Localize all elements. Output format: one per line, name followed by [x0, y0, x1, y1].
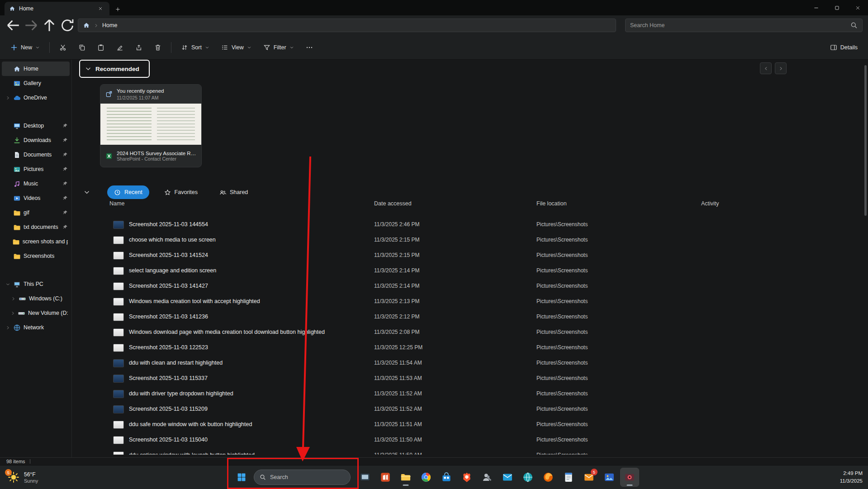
more-options-button[interactable] [302, 40, 317, 55]
taskbar-app-file-explorer[interactable] [397, 468, 415, 486]
back-button[interactable] [5, 18, 21, 33]
file-row[interactable]: Screenshot 2025-11-03 14123611/3/2025 2:… [72, 309, 868, 325]
close-button[interactable] [847, 0, 868, 15]
file-row[interactable]: select language and edition screen11/3/2… [72, 263, 868, 279]
sidebar-item-txt-documents[interactable]: txt documents [2, 220, 70, 234]
column-header-activity[interactable]: Activity [701, 200, 719, 207]
taskbar-app-app-window[interactable] [356, 468, 374, 486]
taskbar-app-brave[interactable] [458, 468, 476, 486]
cut-button[interactable] [55, 40, 71, 55]
chevron-right-icon[interactable] [9, 311, 17, 316]
paste-button[interactable] [93, 40, 109, 55]
new-button[interactable]: New [6, 40, 44, 55]
file-row[interactable]: Screenshot 2025-11-03 11533711/3/2025 11… [72, 371, 868, 386]
sidebar-item-home[interactable]: Home [2, 62, 70, 76]
file-location: Pictures\Screenshots [536, 421, 588, 427]
file-row[interactable]: ddu options window with launch button hi… [72, 448, 868, 455]
file-row[interactable]: Windows media creation tool with accept … [72, 294, 868, 309]
sidebar-item-desktop[interactable]: Desktop [2, 119, 70, 133]
file-row[interactable]: ddu with clean and restart highlighted11… [72, 356, 868, 371]
taskbar-app-notepad[interactable] [560, 468, 578, 486]
taskbar-search-box[interactable] [254, 470, 351, 485]
taskbar-app-microsoft-365[interactable] [376, 468, 394, 486]
file-row[interactable]: Screenshot 2025-11-03 11520911/3/2025 11… [72, 402, 868, 417]
taskbar-search-input[interactable] [270, 474, 345, 480]
share-button[interactable] [131, 40, 147, 55]
delete-button[interactable] [150, 40, 166, 55]
rename-button[interactable] [112, 40, 128, 55]
tab-home[interactable]: Home [5, 2, 109, 15]
taskbar-app-user-settings[interactable] [478, 468, 496, 486]
taskbar-app-microsoft-store[interactable] [437, 468, 455, 486]
sidebar-item-videos[interactable]: Videos [2, 191, 70, 205]
taskbar-clock[interactable]: 2:49 PM 11/3/2025 [840, 465, 863, 489]
section-collapse-chevron-icon[interactable] [82, 189, 91, 196]
pager-previous-button[interactable] [760, 62, 772, 74]
file-row[interactable]: Screenshot 2025-11-03 14142711/3/2025 2:… [72, 279, 868, 294]
maximize-button[interactable] [826, 0, 847, 15]
sidebar-item-new-volume-d[interactable]: New Volume (D:) [2, 306, 70, 320]
taskbar-app-photos[interactable] [600, 468, 618, 486]
sidebar-item-windows-c[interactable]: Windows (C:) [2, 291, 70, 306]
chevron-right-icon[interactable] [9, 296, 17, 301]
sidebar-item-documents[interactable]: Documents [2, 147, 70, 162]
taskbar-app-mail-notifications[interactable]: 5 [580, 468, 598, 486]
file-row[interactable]: Screenshot 2025-11-03 14455411/3/2025 2:… [72, 217, 868, 233]
filter-pill-favorites[interactable]: Favorites [157, 185, 204, 199]
card-file-title: 2024 HOTS Survey Associate R… [117, 151, 196, 156]
forward-button[interactable] [24, 18, 39, 33]
taskbar-app-screen-capture[interactable] [621, 468, 639, 486]
new-tab-button[interactable] [111, 3, 124, 15]
chevron-right-icon[interactable] [4, 325, 12, 330]
sidebar-item-screen-shots-and-pi[interactable]: screen shots and pi [2, 234, 70, 249]
refresh-button[interactable] [60, 18, 75, 33]
file-row[interactable]: Screenshot 2025-11-03 12252311/3/2025 12… [72, 340, 868, 356]
chevron-down-icon[interactable] [4, 282, 12, 287]
file-row[interactable]: ddu safe mode window with ok button high… [72, 417, 868, 432]
file-row[interactable]: Screenshot 2025-11-03 11504011/3/2025 11… [72, 432, 868, 448]
up-button[interactable] [42, 18, 57, 33]
explorer-search-box[interactable] [625, 19, 863, 32]
sidebar-item-this-pc[interactable]: This PC [2, 277, 70, 291]
address-bar[interactable]: Home [78, 19, 616, 32]
sidebar-item-screenshots[interactable]: Screenshots [2, 249, 70, 263]
taskbar-app-chrome[interactable] [417, 468, 435, 486]
sidebar-item-network[interactable]: Network [2, 320, 70, 335]
sidebar-item-downloads[interactable]: Downloads [2, 133, 70, 147]
column-header-file-location[interactable]: File location [536, 200, 567, 207]
file-row[interactable]: Windows download page with media creatio… [72, 325, 868, 340]
file-row[interactable]: choose which media to use screen11/3/202… [72, 233, 868, 248]
taskbar-app-mail[interactable] [498, 468, 517, 486]
sidebar-item-gif[interactable]: gif [2, 205, 70, 220]
sidebar-item-onedrive[interactable]: OneDrive [2, 90, 70, 105]
filter-pill-recent[interactable]: Recent [107, 185, 149, 199]
column-header-name[interactable]: Name [109, 200, 124, 207]
taskbar-app-globe-app[interactable] [519, 468, 537, 486]
column-header-date-accessed[interactable]: Date accessed [374, 200, 412, 207]
view-button[interactable]: View [217, 40, 256, 55]
recommended-card-header: You recently opened 11/2/2025 11:07 AM [100, 85, 201, 104]
drive-icon [17, 309, 26, 317]
search-input[interactable] [630, 22, 847, 28]
start-button[interactable] [232, 467, 251, 487]
pager-next-button[interactable] [775, 62, 787, 74]
weather-widget[interactable]: 5 56°F Sunny [3, 468, 43, 487]
sidebar-item-gallery[interactable]: Gallery [2, 76, 70, 90]
sort-button[interactable]: Sort [177, 40, 213, 55]
filter-pill-shared[interactable]: Shared [213, 185, 255, 199]
breadcrumb[interactable]: Home [102, 22, 117, 28]
taskbar-app-browser-orange[interactable] [539, 468, 557, 486]
sidebar-item-music[interactable]: Music [2, 176, 70, 191]
chevron-right-icon[interactable] [4, 95, 12, 100]
file-row[interactable]: ddu with driver type dropdown highlighte… [72, 386, 868, 402]
tab-close-icon[interactable] [96, 4, 105, 13]
minimize-button[interactable] [806, 0, 826, 15]
copy-button[interactable] [74, 40, 90, 55]
filter-button[interactable]: Filter [259, 40, 298, 55]
sidebar-item-pictures[interactable]: Pictures [2, 162, 70, 176]
recommended-collapse-chevron-icon[interactable] [85, 65, 92, 72]
recommended-card[interactable]: You recently opened 11/2/2025 11:07 AM 2… [100, 84, 202, 167]
vertical-scrollbar[interactable] [864, 65, 867, 216]
file-row[interactable]: Screenshot 2025-11-03 14152411/3/2025 2:… [72, 248, 868, 263]
details-button[interactable]: Details [826, 40, 862, 55]
